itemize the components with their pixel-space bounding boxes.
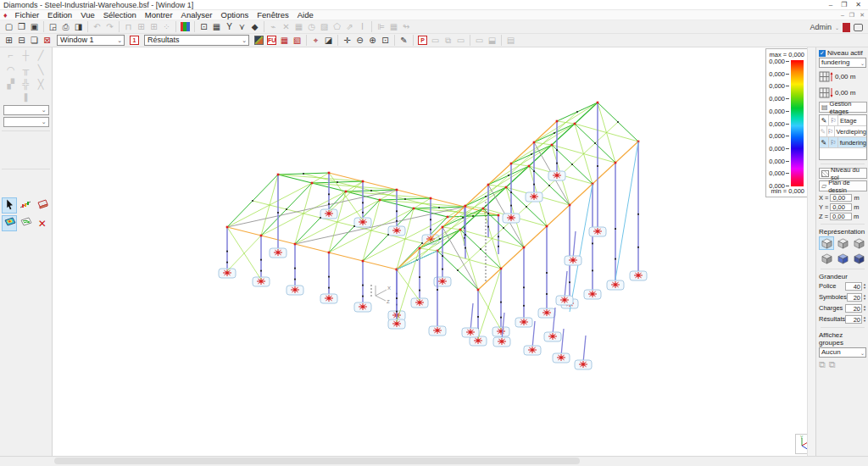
- active-level-select[interactable]: fundering⌄: [819, 58, 866, 68]
- groups-select[interactable]: Aucun⌄: [819, 347, 866, 358]
- print-icon[interactable]: ⎙: [59, 21, 72, 33]
- load-groups-icon[interactable]: ⋎: [236, 21, 248, 33]
- contour-fill-icon[interactable]: [2, 215, 17, 231]
- close-button[interactable]: ✕: [855, 0, 861, 10]
- menu-options[interactable]: Options: [217, 10, 253, 19]
- niveau-du-sol-button[interactable]: Niveau du sol: [819, 168, 867, 179]
- repr-hidden-line[interactable]: [835, 236, 850, 250]
- repr-solid-blue[interactable]: [835, 252, 850, 265]
- menu-analyser[interactable]: Analyser: [177, 10, 217, 19]
- model-viewport[interactable]: XZ max = 0,000 0,0000,0000,0000,0000,000…: [53, 47, 807, 456]
- layer-select-1[interactable]: ⌄: [3, 105, 49, 115]
- save-icon[interactable]: ▣: [28, 21, 41, 33]
- results-select[interactable]: Résultats⌄: [144, 35, 249, 46]
- level-flag-icon[interactable]: ⚐: [829, 115, 838, 126]
- close-window-icon[interactable]: ⊠: [41, 35, 53, 47]
- level-row-fundering[interactable]: ✎⚐fundering: [820, 137, 866, 148]
- edit-pencil-icon[interactable]: ✎: [820, 137, 829, 148]
- menu-fenetres[interactable]: Fenêtres: [253, 10, 293, 19]
- render-image-icon[interactable]: [253, 35, 265, 47]
- chat-bubble-icon[interactable]: [854, 24, 863, 31]
- export-model-icon[interactable]: ◨: [72, 21, 85, 33]
- spinner-arrows[interactable]: ▲▼: [863, 316, 866, 323]
- user-name[interactable]: Admin: [810, 23, 832, 31]
- mdi-restore-button[interactable]: ❐: [849, 10, 854, 20]
- levels-manager-icon[interactable]: [179, 21, 192, 33]
- menu-fichier[interactable]: Fichier: [11, 10, 44, 19]
- level-flag-icon[interactable]: ⚐: [829, 137, 838, 148]
- vertical-scrollbar[interactable]: [807, 47, 815, 456]
- section-results-icon[interactable]: [18, 197, 33, 214]
- print-page-icon[interactable]: P: [416, 35, 429, 47]
- minimize-button[interactable]: –: [829, 0, 832, 10]
- right-level-panel: ✓ Niveau actif fundering⌄ 0,00 m: [815, 47, 868, 456]
- menu-montrer[interactable]: Montrer: [141, 10, 177, 19]
- level-above-value[interactable]: 0,00 m: [835, 73, 855, 80]
- maximize-button[interactable]: ❐: [841, 0, 847, 10]
- loads-icon[interactable]: Y: [223, 21, 236, 33]
- repr-rendered[interactable]: [819, 252, 834, 265]
- size-value[interactable]: 20: [845, 304, 862, 313]
- cascade-windows-icon[interactable]: ❏: [28, 35, 41, 47]
- edit-pencil-icon[interactable]: ✎: [820, 115, 829, 126]
- license-icon[interactable]: [843, 23, 850, 32]
- menu-edition[interactable]: Edition: [43, 10, 76, 19]
- repr-shaded[interactable]: [852, 236, 867, 250]
- level-flag-icon[interactable]: ⚐: [827, 126, 835, 137]
- level-row-etage[interactable]: ✎⚐Etage: [820, 115, 866, 126]
- plate-results-icon[interactable]: [35, 197, 50, 214]
- remove-window-icon[interactable]: ⊟: [15, 35, 28, 47]
- results-grid-icon[interactable]: ▦: [278, 35, 291, 47]
- contour-line-icon[interactable]: [18, 215, 33, 231]
- pan-icon[interactable]: ✛: [341, 35, 353, 47]
- menu-vue[interactable]: Vue: [76, 10, 99, 19]
- legend-tick: 0,000: [769, 82, 789, 90]
- data-table-icon[interactable]: ▦: [210, 21, 223, 33]
- level-below-value[interactable]: 0,00 m: [835, 89, 855, 97]
- spinner-arrows[interactable]: ▲▼: [863, 294, 866, 301]
- print-preview-icon[interactable]: ◲: [47, 21, 59, 33]
- mdi-close-button[interactable]: ✕: [860, 10, 865, 20]
- size-value[interactable]: 20: [847, 293, 862, 302]
- add-window-icon[interactable]: ⊞: [3, 35, 15, 47]
- spinner-arrows[interactable]: ▲▼: [863, 283, 866, 290]
- measure-icon[interactable]: ✎: [398, 35, 410, 47]
- edit-pencil-icon[interactable]: ✎: [820, 126, 827, 137]
- spinner-arrows[interactable]: ▲▼: [863, 305, 866, 312]
- coord-input[interactable]: 0,00: [830, 194, 852, 202]
- fu-results-icon[interactable]: FU: [265, 35, 278, 47]
- gestion-etages-button[interactable]: ▤ Gestion étages: [819, 102, 867, 113]
- level-row-verdieping[interactable]: ✎⚐Verdieping: [820, 126, 866, 137]
- layer-select-2[interactable]: ⌄: [3, 117, 49, 127]
- new-file-icon[interactable]: ▢: [3, 21, 15, 33]
- menu-items: FichierEditionVueSélectionMontrerAnalyse…: [11, 10, 318, 19]
- zoom-out-icon[interactable]: ⊖: [353, 35, 366, 47]
- window-select[interactable]: Window 1⌄: [57, 35, 125, 46]
- size-value[interactable]: 40: [845, 282, 862, 291]
- plan-de-dessin-button[interactable]: ▱ Plan de dessin: [819, 180, 867, 191]
- niveau-actif-checkbox[interactable]: ✓: [819, 50, 826, 57]
- legend-tick: 0,000: [769, 120, 789, 128]
- ink-drop-icon[interactable]: ◆: [248, 21, 261, 33]
- page-one-icon[interactable]: 1: [128, 35, 141, 47]
- node-tool-icon[interactable]: ⌖: [309, 35, 322, 47]
- zoom-extents-icon[interactable]: ⊡: [379, 35, 392, 47]
- clip-plane-icon[interactable]: ◪: [322, 35, 335, 47]
- level-label: Etage: [838, 117, 857, 125]
- main-toolbar: ▢❐▣◲⎙◨↶↷⊓⊞⊞⁘⊡▦Y⋎◆⌁✕▦◷▨⬠⇗Ⅰ⊫▦↬: [0, 20, 868, 34]
- size-value[interactable]: 20: [845, 315, 862, 324]
- repr-wireframe[interactable]: [819, 236, 834, 250]
- horizontal-scrollbar-thumb[interactable]: [54, 458, 580, 464]
- results-diagram-icon[interactable]: ▧: [291, 35, 303, 47]
- coord-input[interactable]: 0,00: [830, 213, 852, 220]
- open-file-icon[interactable]: ❐: [15, 21, 28, 33]
- menu-selection[interactable]: Sélection: [99, 10, 141, 19]
- select-cursor-icon[interactable]: [2, 197, 17, 214]
- coord-input[interactable]: 0,00: [830, 203, 852, 211]
- mdi-minimize-button[interactable]: –: [841, 10, 844, 20]
- zoom-in-icon[interactable]: ⊕: [366, 35, 379, 47]
- repr-solid-dark[interactable]: [852, 252, 867, 265]
- render-window-icon[interactable]: ⊡: [198, 21, 210, 33]
- menu-aide[interactable]: Aide: [293, 10, 318, 19]
- clear-results-icon[interactable]: ✕: [35, 215, 50, 231]
